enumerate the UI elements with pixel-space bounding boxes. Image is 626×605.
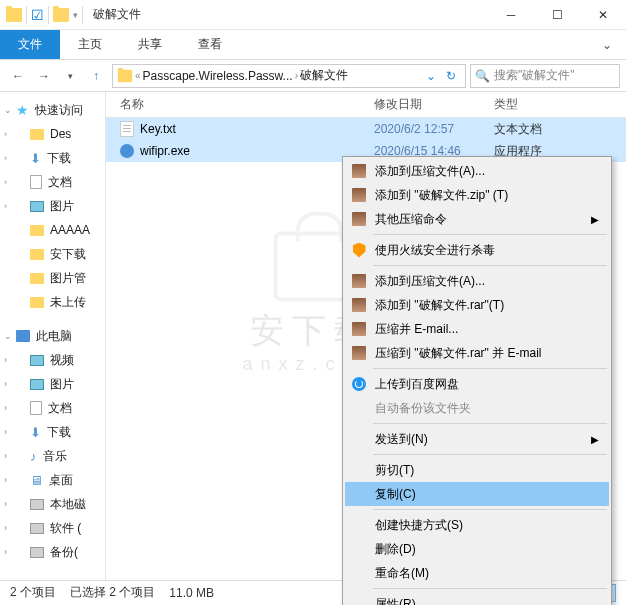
check-icon[interactable]: ☑ <box>31 7 44 23</box>
sidebar-item[interactable]: 图片管 <box>0 266 105 290</box>
menu-copy[interactable]: 复制(C) <box>345 482 609 506</box>
document-icon <box>30 401 42 415</box>
sidebar-item[interactable]: AAAAA <box>0 218 105 242</box>
sidebar-item[interactable]: ›文档 <box>0 170 105 194</box>
tab-share[interactable]: 共享 <box>120 30 180 59</box>
chevron-down-icon[interactable]: ⌄ <box>4 331 12 341</box>
refresh-icon[interactable]: ↻ <box>441 65 461 87</box>
menu-baidu-upload[interactable]: 上传到百度网盘 <box>345 372 609 396</box>
menu-delete[interactable]: 删除(D) <box>345 537 609 561</box>
folder-icon[interactable] <box>53 8 69 22</box>
col-header-name[interactable]: 名称 <box>106 96 374 113</box>
pictures-icon <box>30 201 44 212</box>
chevron-right-icon[interactable]: › <box>4 475 7 485</box>
menu-auto-backup: 自动备份该文件夹 <box>345 396 609 420</box>
chevron-right-icon[interactable]: › <box>4 499 7 509</box>
chevron-right-icon[interactable]: › <box>4 547 7 557</box>
chevron-right-icon[interactable]: › <box>4 523 7 533</box>
chevron-right-icon[interactable]: › <box>4 129 7 139</box>
pc-icon <box>16 330 30 342</box>
back-button[interactable]: ← <box>6 64 30 88</box>
sidebar-quick-access[interactable]: ⌄ ★ 快速访问 <box>0 98 105 122</box>
sidebar-item[interactable]: 未上传 <box>0 290 105 314</box>
tab-view[interactable]: 查看 <box>180 30 240 59</box>
breadcrumb[interactable]: « Passcape.Wireless.Passw... › 破解文件 ⌄ ↻ <box>112 64 466 88</box>
chevron-right-icon[interactable]: « <box>135 70 141 81</box>
menu-huorong-scan[interactable]: 使用火绒安全进行杀毒 <box>345 238 609 262</box>
file-row[interactable]: Key.txt 2020/6/2 12:57 文本文档 <box>106 118 626 140</box>
menu-add-archive[interactable]: 添加到压缩文件(A)... <box>345 159 609 183</box>
nav-row: ← → ▾ ↑ « Passcape.Wireless.Passw... › 破… <box>0 60 626 92</box>
sidebar-item[interactable]: ›图片 <box>0 372 105 396</box>
maximize-button[interactable]: ☐ <box>534 0 580 30</box>
chevron-right-icon[interactable]: › <box>4 153 7 163</box>
chevron-right-icon[interactable]: › <box>4 427 7 437</box>
chevron-right-icon[interactable]: › <box>4 201 7 211</box>
menu-compress-rar-email[interactable]: 压缩到 "破解文件.rar" 并 E-mail <box>345 341 609 365</box>
menu-cut[interactable]: 剪切(T) <box>345 458 609 482</box>
menu-create-shortcut[interactable]: 创建快捷方式(S) <box>345 513 609 537</box>
chevron-right-icon[interactable]: › <box>4 379 7 389</box>
close-button[interactable]: ✕ <box>580 0 626 30</box>
context-menu: 添加到压缩文件(A)... 添加到 "破解文件.zip" (T) 其他压缩命令▶… <box>342 156 612 605</box>
sidebar-item[interactable]: ›♪音乐 <box>0 444 105 468</box>
menu-separator <box>373 588 607 589</box>
menu-add-rar[interactable]: 添加到 "破解文件.rar"(T) <box>345 293 609 317</box>
history-dropdown[interactable]: ▾ <box>58 64 82 88</box>
sidebar-item[interactable]: ›备份( <box>0 540 105 564</box>
search-placeholder: 搜索"破解文件" <box>494 67 575 84</box>
up-button[interactable]: ↑ <box>84 64 108 88</box>
forward-button[interactable]: → <box>32 64 56 88</box>
download-icon: ⬇ <box>30 425 41 440</box>
divider <box>48 6 49 24</box>
tab-file[interactable]: 文件 <box>0 30 60 59</box>
sidebar-item[interactable]: ›视频 <box>0 348 105 372</box>
crumb-parent[interactable]: Passcape.Wireless.Passw... <box>143 69 293 83</box>
minimize-button[interactable]: ─ <box>488 0 534 30</box>
sidebar-item[interactable]: ›本地磁 <box>0 492 105 516</box>
column-headers: 名称 修改日期 类型 <box>106 92 626 118</box>
qat-dropdown-icon[interactable]: ▾ <box>73 10 78 20</box>
tab-home[interactable]: 主页 <box>60 30 120 59</box>
menu-add-archive2[interactable]: 添加到压缩文件(A)... <box>345 269 609 293</box>
chevron-down-icon[interactable]: ⌄ <box>4 105 12 115</box>
col-header-type[interactable]: 类型 <box>494 96 626 113</box>
folder-icon <box>6 8 22 22</box>
sidebar-item[interactable]: ›软件 ( <box>0 516 105 540</box>
search-input[interactable]: 🔍 搜索"破解文件" <box>470 64 620 88</box>
divider <box>82 6 83 24</box>
window-controls: ─ ☐ ✕ <box>488 0 626 30</box>
col-header-date[interactable]: 修改日期 <box>374 96 494 113</box>
sidebar-item[interactable]: ›🖥桌面 <box>0 468 105 492</box>
sidebar-item[interactable]: ›⬇下载 <box>0 146 105 170</box>
pictures-icon <box>30 379 44 390</box>
chevron-right-icon[interactable]: › <box>4 355 7 365</box>
sidebar-item[interactable]: ›Des <box>0 122 105 146</box>
quick-access-toolbar: ☑ ▾ <box>0 6 89 24</box>
address-dropdown-icon[interactable]: ⌄ <box>421 65 441 87</box>
chevron-right-icon[interactable]: › <box>295 70 298 81</box>
sidebar-item[interactable]: ›⬇下载 <box>0 420 105 444</box>
divider <box>26 6 27 24</box>
txt-file-icon <box>120 121 134 137</box>
sidebar-item[interactable]: ›文档 <box>0 396 105 420</box>
sidebar-item[interactable]: 安下载 <box>0 242 105 266</box>
chevron-right-icon[interactable]: › <box>4 451 7 461</box>
menu-add-zip[interactable]: 添加到 "破解文件.zip" (T) <box>345 183 609 207</box>
exe-file-icon <box>120 144 134 158</box>
menu-other-compress[interactable]: 其他压缩命令▶ <box>345 207 609 231</box>
chevron-right-icon: ▶ <box>591 434 599 445</box>
menu-compress-email[interactable]: 压缩并 E-mail... <box>345 317 609 341</box>
menu-send-to[interactable]: 发送到(N)▶ <box>345 427 609 451</box>
chevron-right-icon[interactable]: › <box>4 403 7 413</box>
menu-rename[interactable]: 重命名(M) <box>345 561 609 585</box>
sidebar-this-pc[interactable]: ⌄ 此电脑 <box>0 324 105 348</box>
download-icon: ⬇ <box>30 151 41 166</box>
ribbon-expand-button[interactable]: ⌄ <box>588 30 626 59</box>
crumb-current[interactable]: 破解文件 <box>300 67 348 84</box>
chevron-right-icon[interactable]: › <box>4 177 7 187</box>
archive-icon <box>352 346 366 360</box>
menu-properties[interactable]: 属性(R) <box>345 592 609 605</box>
archive-icon <box>352 212 366 226</box>
sidebar-item[interactable]: ›图片 <box>0 194 105 218</box>
